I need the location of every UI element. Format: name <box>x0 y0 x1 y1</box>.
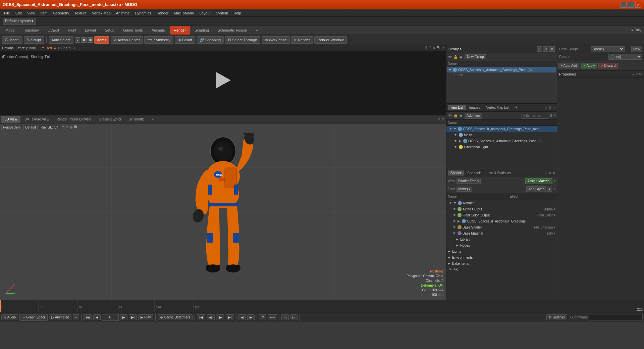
vp-tab-add[interactable]: + <box>149 116 157 123</box>
item-row-2[interactable]: 👁 Mesh <box>446 132 557 138</box>
symmetry-button[interactable]: ⟺ Symmetry <box>144 36 173 44</box>
raygl-dropdown[interactable]: Ray GL: Off <box>39 125 60 130</box>
tab-channels[interactable]: Channels <box>465 170 484 176</box>
item-row-4[interactable]: 👁 Directional Light <box>446 144 557 150</box>
shade-row-bake-items[interactable]: ▶ Bake Items <box>446 260 557 266</box>
cache-deformers-button[interactable]: ⚙ Cache Deformers <box>158 314 193 320</box>
next-frame-button[interactable]: ▶ <box>120 314 127 320</box>
alpha-effect-dropdown[interactable]: ▾ <box>554 207 555 211</box>
menu-item[interactable]: Item <box>38 10 50 16</box>
snapping-button[interactable]: 🔗 Snapping <box>197 36 224 44</box>
select-icon-2[interactable]: ◆ <box>81 37 87 43</box>
sh-expand-icon[interactable]: ⤢ <box>545 171 548 175</box>
shade-row-base-shader[interactable]: 👁 Base Shader Full Shading ▾ <box>446 224 557 230</box>
transport-icon-6[interactable]: ▶ <box>247 314 255 320</box>
discard-button[interactable]: ✕ Discard <box>598 63 618 68</box>
menu-file[interactable]: File <box>1 10 13 16</box>
tab-images[interactable]: Images <box>467 105 483 110</box>
item-3-eye[interactable]: 👁 <box>453 139 458 143</box>
tab-uvedit[interactable]: UVEdit <box>44 26 63 35</box>
il-filter-icon-1[interactable]: S <box>550 114 552 117</box>
menu-maxtomodo[interactable]: MaxToModo <box>171 10 197 16</box>
tab-paint[interactable]: Paint <box>64 26 80 35</box>
vp-gear-icon[interactable]: ⚙ <box>61 125 65 130</box>
action-center-button[interactable]: ⊕ Action Center <box>111 36 143 44</box>
final-color-dropdown[interactable]: ▾ <box>554 213 555 217</box>
shader-tree-dropdown[interactable]: Shader Tree ▾ <box>457 179 481 184</box>
shade-row-fx[interactable]: 👁 FX <box>446 266 557 272</box>
tab-scripting[interactable]: Scripting <box>191 26 213 35</box>
item-1-eye[interactable]: 👁 <box>448 127 452 131</box>
vp-tab-render-preset[interactable]: Render Preset Browser <box>53 116 95 123</box>
apply-button[interactable]: ✓ Apply <box>581 63 597 68</box>
sh-settings-icon[interactable]: ⚙ <box>549 171 552 175</box>
menu-dynamics[interactable]: Dynamics <box>132 10 154 16</box>
tab-animate[interactable]: Animate <box>148 26 169 35</box>
model-button[interactable]: ⬡ Model <box>2 36 22 44</box>
prev-frame-button[interactable]: ◀ <box>93 314 101 320</box>
shade-row-ocss[interactable]: 👁 ▶ OCSS_Spacesuit_Astronaut_Greetings .… <box>446 218 557 224</box>
vp-zoom-icon[interactable]: ⊕ <box>70 125 73 130</box>
menu-render[interactable]: Render <box>154 10 171 16</box>
maximize-button[interactable]: □ <box>628 2 634 8</box>
passes-dropdown[interactable]: (none) <box>608 54 642 60</box>
tab-add[interactable]: + <box>252 26 262 35</box>
expand-icon[interactable]: ⤢ <box>442 46 445 49</box>
graph-editor-button[interactable]: 〜 Graph Editor <box>19 314 48 321</box>
groups-expand-icon[interactable]: ⤢ <box>537 46 542 52</box>
search-icon[interactable]: 🔍 <box>437 46 441 49</box>
go-end-button[interactable]: ▶| <box>129 314 137 320</box>
vp-tab-uv-texture[interactable]: UV Texture View <box>21 116 53 123</box>
vp-tab-3d-view[interactable]: 3D View <box>1 116 20 123</box>
zoom-icon[interactable]: ⊕ <box>433 46 435 49</box>
add-item-button[interactable]: Add Item <box>465 113 482 119</box>
menu-help[interactable]: Help <box>231 10 244 16</box>
shade-row-base-material[interactable]: 👁 Base Material (all) ▾ <box>446 230 557 236</box>
sculpt-button[interactable]: ✎ Sculpt <box>24 36 44 44</box>
add-layer-dropdown[interactable]: ▾ <box>547 187 552 192</box>
tab-info-statistics[interactable]: Info & Statistics <box>485 170 514 176</box>
pass-groups-dropdown[interactable]: (none) <box>591 46 625 52</box>
vp-search-icon[interactable]: 🔍 <box>74 125 78 130</box>
transport-icon-5[interactable]: ◀ <box>238 314 246 320</box>
transport-icon-1[interactable]: |◀ <box>197 314 205 320</box>
render-window-button[interactable]: Render Window <box>314 36 346 44</box>
loop-button[interactable]: ⟲ <box>259 314 266 320</box>
3d-viewport[interactable]: NASA <box>0 123 446 300</box>
il-eye-icon[interactable]: 👁 <box>448 113 452 118</box>
il-expand-icon[interactable]: ⤢ <box>545 106 548 109</box>
transport-icon-2[interactable]: ◀| <box>207 314 215 320</box>
items-button[interactable]: Items <box>94 36 109 44</box>
layout-dropdown[interactable]: Default Layouts ▾ <box>3 18 36 24</box>
groups-close-icon[interactable]: ✕ <box>549 46 555 52</box>
menu-view[interactable]: View <box>24 10 38 16</box>
shade-row-render[interactable]: 👁 ▼ Render <box>446 200 557 206</box>
tab-item-list-add[interactable]: + <box>513 105 520 110</box>
auto-select-button[interactable]: Auto Select <box>49 36 73 44</box>
menu-animate[interactable]: Animate <box>113 10 132 16</box>
groups-settings-icon[interactable]: ⚙ <box>543 46 548 52</box>
assign-material-button[interactable]: Assign Material <box>525 178 552 184</box>
il-filter-icon-2[interactable]: F <box>553 114 555 117</box>
refresh-icon[interactable]: ↺ <box>429 46 431 49</box>
group-row-1[interactable]: ▼ OCSS_Spacesuit_Astronaut_Greetings_Pos… <box>447 67 556 72</box>
render-button[interactable]: ▷ Render <box>291 36 313 44</box>
il-render-icon[interactable]: ◉ <box>459 113 463 118</box>
workplane-button[interactable]: ▭ WorkPlane <box>262 36 290 44</box>
prev-key-button[interactable]: ◁ <box>281 314 289 320</box>
base-mat-eye-icon[interactable]: 👁 <box>452 231 457 236</box>
command-input[interactable] <box>589 314 643 321</box>
menu-vertex-map[interactable]: Vertex Map <box>89 10 113 16</box>
select-through-button[interactable]: ⊡ Select Through <box>225 36 260 44</box>
properties-expand-icon[interactable]: + <box>632 72 634 76</box>
shade-row-environments[interactable]: ▶ Environments <box>446 254 557 260</box>
shade-row-nodes[interactable]: ▶ Nodes <box>446 242 557 248</box>
il-settings-icon[interactable]: ⚙ <box>549 106 552 109</box>
shade-row-lights[interactable]: ▶ Lights <box>446 248 557 254</box>
filter-dropdown[interactable]: (none) ▾ <box>457 187 472 192</box>
transport-icon-3[interactable]: |▶ <box>216 314 224 320</box>
item-2-eye[interactable]: 👁 <box>453 133 458 137</box>
tab-model[interactable]: Model <box>1 26 19 35</box>
frame-input[interactable]: 0 <box>102 314 119 321</box>
filter-items-input[interactable] <box>522 113 548 119</box>
